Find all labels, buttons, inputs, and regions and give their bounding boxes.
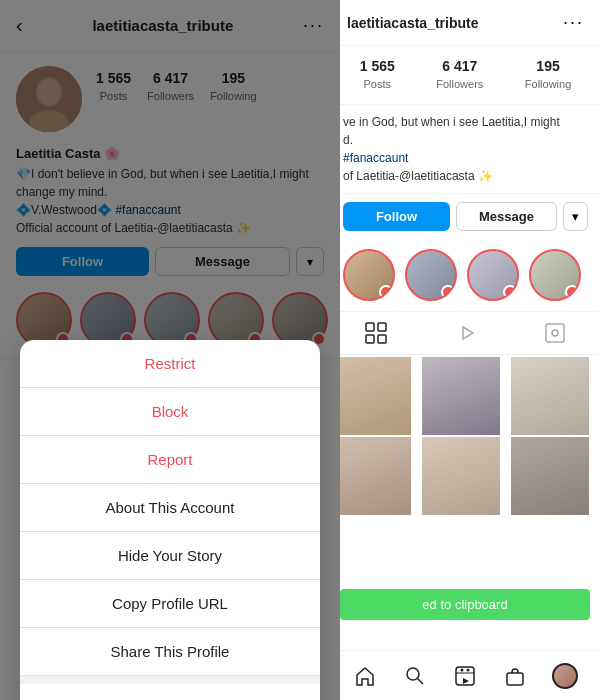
bottom-nav — [330, 650, 600, 700]
photo-grid — [331, 355, 600, 517]
right-panel: laetitiacasta_tribute ··· 1 565 Posts 6 … — [330, 0, 600, 700]
right-header: laetitiacasta_tribute ··· — [331, 0, 600, 46]
grid-cell-2[interactable] — [422, 357, 500, 435]
about-account-button[interactable]: About This Account — [20, 484, 320, 532]
right-story-3[interactable] — [467, 249, 519, 301]
right-bio: ve in God, but when i see Laetitia,I mig… — [331, 105, 600, 194]
nav-home[interactable] — [352, 663, 378, 689]
svg-rect-6 — [366, 335, 374, 343]
right-stat-following: 195 Following — [525, 58, 571, 92]
right-more-icon[interactable]: ··· — [563, 12, 584, 33]
grid-cell-6[interactable] — [511, 437, 589, 515]
svg-rect-7 — [378, 335, 386, 343]
right-stats: 1 565 Posts 6 417 Followers 195 Followin… — [331, 46, 600, 105]
nav-search[interactable] — [402, 663, 428, 689]
toast-message: ed to clipboard — [340, 589, 590, 620]
svg-marker-8 — [463, 327, 473, 339]
right-story-1[interactable] — [343, 249, 395, 301]
nav-shop[interactable] — [502, 663, 528, 689]
action-modal: Restrict Block Report About This Account… — [20, 340, 320, 700]
grid-cell-1[interactable] — [333, 357, 411, 435]
right-story-2[interactable] — [405, 249, 457, 301]
svg-point-10 — [552, 330, 558, 336]
nav-profile[interactable] — [552, 663, 578, 689]
right-story-4[interactable] — [529, 249, 581, 301]
right-follow-button[interactable]: Follow — [343, 202, 450, 231]
story-dot-r2 — [441, 285, 455, 299]
right-hashtag: #fanaccaunt — [343, 151, 408, 165]
modal-divider — [20, 676, 320, 684]
right-tabs — [331, 312, 600, 355]
story-dot-r4 — [565, 285, 579, 299]
right-message-button[interactable]: Message — [456, 202, 557, 231]
right-stat-posts: 1 565 Posts — [360, 58, 395, 92]
svg-point-11 — [407, 668, 419, 680]
right-stories — [331, 239, 600, 312]
tab-tagged[interactable] — [510, 312, 600, 354]
copy-url-button[interactable]: Copy Profile URL — [20, 580, 320, 628]
svg-rect-18 — [507, 673, 523, 685]
svg-rect-9 — [546, 324, 564, 342]
right-dropdown-button[interactable]: ▾ — [563, 202, 588, 231]
story-dot-r3 — [503, 285, 517, 299]
share-profile-button[interactable]: Share This Profile — [20, 628, 320, 676]
nav-reels[interactable] — [452, 663, 478, 689]
report-button[interactable]: Report — [20, 436, 320, 484]
grid-cell-4[interactable] — [333, 437, 411, 515]
story-dot-r1 — [379, 285, 393, 299]
block-button[interactable]: Block — [20, 388, 320, 436]
tab-grid[interactable] — [331, 312, 421, 354]
svg-point-16 — [467, 668, 470, 671]
grid-cell-3[interactable] — [511, 357, 589, 435]
restrict-button[interactable]: Restrict — [20, 340, 320, 388]
svg-rect-5 — [378, 323, 386, 331]
right-action-row: Follow Message ▾ — [331, 194, 600, 239]
svg-rect-4 — [366, 323, 374, 331]
svg-marker-17 — [463, 678, 469, 684]
svg-line-12 — [418, 678, 424, 684]
tab-reels[interactable] — [421, 312, 511, 354]
right-stat-followers: 6 417 Followers — [436, 58, 483, 92]
hide-story-button[interactable]: Hide Your Story — [20, 532, 320, 580]
svg-point-15 — [461, 668, 464, 671]
right-username: laetitiacasta_tribute — [347, 15, 479, 31]
cancel-button[interactable]: Cancel — [20, 684, 320, 700]
grid-cell-5[interactable] — [422, 437, 500, 515]
